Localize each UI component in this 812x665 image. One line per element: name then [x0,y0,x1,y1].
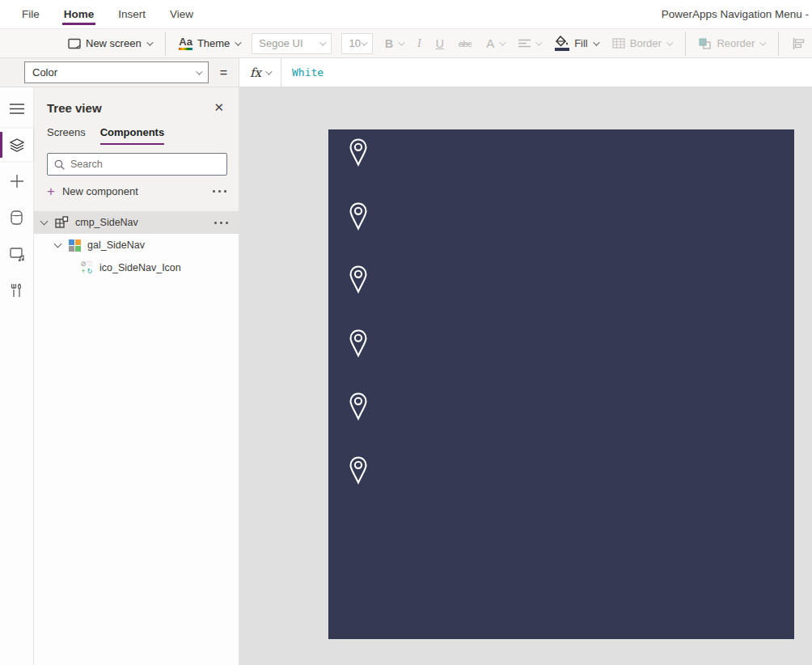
menu-item-home[interactable]: Home [62,1,96,28]
media-rail-button[interactable] [0,238,33,270]
gallery-icon [69,239,81,252]
reorder-label: Reorder [717,37,755,49]
formula-bar-left: Color = [0,58,239,87]
fill-button[interactable]: Fill [548,32,605,56]
align-text-button[interactable] [511,32,548,56]
panel-title: Tree view [47,101,102,115]
tree-item-label: cmp_SideNav [75,217,138,228]
underline-button[interactable]: U [429,32,451,56]
toolbar-divider [165,32,166,56]
plus-icon [11,175,23,188]
menu-item-view[interactable]: View [168,1,195,28]
new-screen-button[interactable]: New screen [61,32,159,56]
data-rail-button[interactable] [0,201,33,234]
chevron-down-icon [361,39,367,45]
location-pin-icon[interactable] [349,265,367,297]
search-icon [54,159,65,170]
align-objects-icon [793,38,805,49]
bold-button[interactable]: B [378,32,410,56]
chevron-down-icon [265,68,272,74]
border-grid-icon [612,38,625,49]
property-dropdown[interactable]: Color [24,61,209,83]
location-pin-icon[interactable] [349,329,367,361]
fill-color-swatch [555,48,569,51]
fx-icon: fx [250,66,261,80]
formula-bar: Color = fx White [0,58,812,87]
chevron-down-icon [146,39,153,45]
close-icon[interactable]: ✕ [210,99,227,116]
media-icon [10,248,24,261]
font-size-value: 10 [349,37,360,49]
insert-rail-button[interactable] [0,165,33,197]
tab-screens[interactable]: Screens [47,126,86,145]
tree-row-cmp-sidenav[interactable]: cmp_SideNav [34,211,239,234]
toolbar: New screen Aa Theme Segoe UI 10 B I U ab… [0,29,812,58]
new-screen-label: New screen [86,37,142,49]
font-size-select[interactable]: 10 [341,33,372,54]
reorder-icon [699,38,712,49]
component-icon [55,216,69,229]
equals-sign: = [209,66,239,80]
chevron-down-icon [535,39,542,45]
font-color-label: A [486,36,494,50]
underline-label: U [436,37,444,50]
tree-item-label: gal_SideNav [87,239,145,251]
new-component-button[interactable]: + New component [47,180,227,201]
location-pin-icon[interactable] [349,138,367,170]
app-title: PowerApps Navigation Menu - [662,8,809,20]
chevron-down-icon [499,39,505,45]
search-input[interactable] [70,159,220,170]
chevron-down-icon[interactable] [54,240,62,248]
chevron-down-icon [666,39,673,45]
menu-item-file[interactable]: File [20,1,41,28]
chevron-down-icon [196,68,202,74]
more-options-icon[interactable] [213,189,227,193]
theme-icon: Aa [179,36,192,50]
new-component-label: New component [62,185,138,197]
tree-view-rail-button[interactable] [0,129,33,161]
body: Tree view ✕ Screens Components + New com… [0,87,812,665]
tree-row-gal-sidenav[interactable]: gal_SideNav [34,234,239,256]
component-canvas[interactable] [328,129,794,639]
location-pin-icon[interactable] [349,392,367,424]
italic-button[interactable]: I [410,32,429,56]
italic-label: I [417,37,421,50]
menu-item-insert[interactable]: Insert [116,1,147,28]
tree-row-ico-sidenav-icon[interactable]: ⊘ ♡ + ↻ ico_SideNav_Icon [34,256,239,279]
reorder-button[interactable]: Reorder [691,32,772,56]
search-box [47,153,227,176]
border-label: Border [630,37,662,49]
toolbar-divider [778,32,779,56]
chevron-down-icon [760,39,767,45]
database-icon [11,210,23,225]
border-button[interactable]: Border [605,32,679,56]
layers-icon [10,138,24,152]
toolbar-divider [685,32,686,56]
advanced-tools-rail-button[interactable] [0,274,33,307]
theme-button[interactable]: Aa Theme [171,32,247,56]
align-objects-button[interactable] [785,32,812,56]
formula-input[interactable]: White [281,58,324,87]
bold-label: B [385,37,393,50]
tab-components[interactable]: Components [100,126,164,145]
hamburger-menu-button[interactable] [0,92,33,125]
tree-item-label: ico_SideNav_Icon [99,262,181,273]
font-name-value: Segoe UI [259,37,302,49]
chevron-down-icon[interactable] [40,218,49,226]
theme-label: Theme [197,37,230,49]
align-text-icon [518,39,531,49]
plus-icon: + [47,184,55,198]
panel-tabs: Screens Components [47,126,227,145]
more-options-icon[interactable] [214,221,229,224]
tree-rows: cmp_SideNav gal_SideNav ⊘ ♡ + ↻ ico_Side… [34,211,239,279]
fx-button[interactable]: fx [239,58,281,87]
strikethrough-button[interactable]: abc [451,32,479,56]
location-pin-icon[interactable] [349,202,367,234]
strikethrough-label: abc [459,39,472,49]
font-name-select[interactable]: Segoe UI [252,33,332,54]
chevron-down-icon [593,39,599,45]
location-pin-icon[interactable] [349,456,367,488]
property-selected: Color [32,66,57,78]
chevron-down-icon [235,39,242,45]
font-color-button[interactable]: A [479,32,511,56]
